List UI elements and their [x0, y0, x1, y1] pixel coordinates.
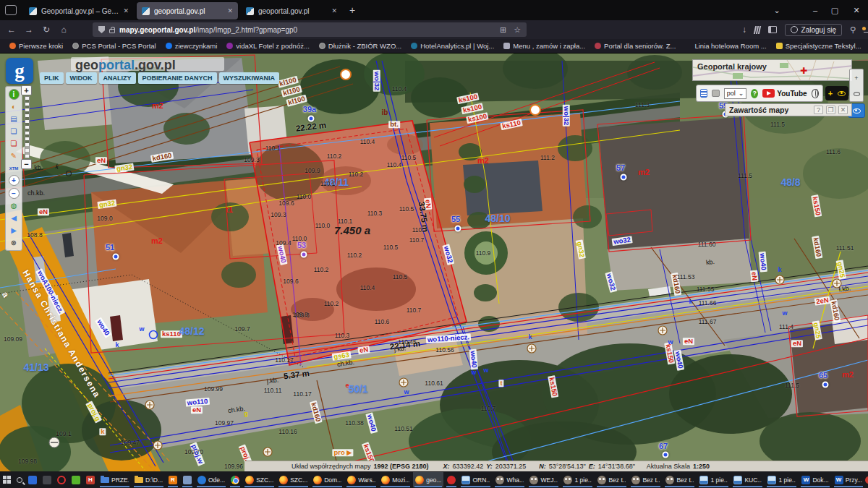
taskbar-item-przy[interactable]: WPrzy...	[833, 472, 864, 487]
bookmark-item[interactable]: ziewczynkami	[166, 42, 218, 50]
dock-plus-icon[interactable]: +	[854, 74, 858, 82]
legend-tool-icon[interactable]: ◐	[9, 101, 20, 112]
downloads-icon[interactable]: ↓	[742, 25, 746, 35]
extension-icon[interactable]: ⚲	[850, 25, 856, 35]
taskbar-item-1pie[interactable]: 1 pie...	[697, 472, 730, 487]
xtm-tool-icon[interactable]: XTM	[9, 163, 20, 174]
taskbar-item-dom[interactable]: Dom...	[311, 472, 344, 487]
tab-close-icon[interactable]: ✕	[331, 7, 337, 14]
tab-list-button[interactable]: ⌄	[765, 0, 788, 20]
browser-tab[interactable]: geoportal.gov.pl✕	[137, 2, 238, 20]
panel-dock[interactable]: +	[849, 69, 864, 102]
taskbar-item-kuc[interactable]: KUC...	[731, 472, 764, 487]
bookmark-item[interactable]: Dłużnik - ZBIÓR WZO...	[319, 42, 401, 50]
taskbar-item-geo[interactable]: geo...	[413, 472, 443, 487]
window-icon[interactable]	[5, 5, 17, 15]
menu-pobieranie-danych[interactable]: POBIERANIE DANYCH	[138, 72, 217, 84]
save-page-icon[interactable]: ⊞	[500, 25, 506, 35]
layer-list-icon[interactable]	[700, 89, 707, 98]
zoom-in-tool-icon[interactable]: +	[9, 175, 20, 186]
taskbar-item[interactable]	[445, 472, 458, 487]
overview-minimap[interactable]: Geoportal krajowy ✚	[692, 59, 852, 81]
taskbar-item-szc[interactable]: SZC...	[243, 472, 276, 487]
taskbar-item-ode[interactable]: Ode...	[195, 472, 227, 487]
taskbar-item[interactable]	[229, 472, 242, 487]
globe-tool-icon[interactable]: ◍	[9, 200, 20, 211]
geoportal-logo[interactable]: g	[6, 58, 33, 84]
close-button[interactable]: ✕	[845, 0, 868, 20]
taskbar-item-1pie[interactable]: 1 pie...	[765, 472, 798, 487]
streetview-icon[interactable]	[712, 90, 720, 97]
clear-tool-icon[interactable]: ⊗	[9, 237, 20, 248]
taskbar-item-1pie[interactable]: 1 pie...	[561, 472, 594, 487]
back-button[interactable]: ←	[3, 25, 20, 35]
library-icon[interactable]	[754, 26, 760, 34]
taskbar-item-wars[interactable]: Wars...	[345, 472, 378, 487]
tab-close-icon[interactable]: ✕	[227, 7, 233, 14]
select-red-tool-icon[interactable]: ❏	[9, 138, 20, 149]
bookmark-item[interactable]: Specjalistyczne Tekstyl...	[776, 42, 861, 50]
taskbar-item[interactable]: H	[84, 472, 97, 487]
bookmark-item[interactable]: HotelAnalytics.pl | Woj...	[411, 42, 494, 50]
bookmark-item[interactable]: Pierwsze kroki	[9, 42, 63, 50]
taskbar-item[interactable]	[181, 472, 194, 487]
taskbar-item-szc[interactable]: SZC...	[277, 472, 310, 487]
taskbar-item[interactable]: R	[166, 472, 179, 487]
taskbar-item-mozi[interactable]: Mozi...	[379, 472, 412, 487]
menu-wyszukiwania[interactable]: WYSZUKIWANIA	[219, 72, 280, 84]
menu-analizy[interactable]: ANALIZY	[99, 72, 136, 84]
sidebar-icon[interactable]	[768, 26, 777, 33]
taskbar-item-bezt[interactable]: Bez t...	[663, 472, 696, 487]
restore-button[interactable]: ▢	[823, 0, 846, 20]
taskbar-item-wha[interactable]: Wha...	[493, 472, 526, 487]
panel-close-button[interactable]: ✕	[838, 106, 848, 114]
taskbar-item-dd[interactable]: D:\D...	[132, 472, 165, 487]
taskbar-item[interactable]	[69, 472, 82, 487]
zoom-in-button[interactable]: +	[21, 85, 32, 95]
youtube-link[interactable]: YouTube	[762, 89, 807, 98]
taskbar-item[interactable]	[41, 472, 54, 487]
menu-widok[interactable]: WIDOK	[66, 72, 97, 84]
login-button[interactable]: Zaloguj się	[785, 24, 842, 36]
globe-icon[interactable]	[812, 89, 819, 98]
taskbar-item-bezt[interactable]: Bez t...	[595, 472, 628, 487]
select-blue-tool-icon[interactable]: ❏	[9, 126, 20, 137]
zoom-out-tool-icon[interactable]: −	[9, 188, 20, 199]
taskbar-item-prze[interactable]: PRZE...	[98, 472, 131, 487]
bookmark-item[interactable]: Linia hotelowa Room ...	[685, 42, 766, 50]
bookmark-item[interactable]: Portal dla seniorów. Z...	[595, 42, 676, 50]
contrast-eye-icon[interactable]	[838, 91, 846, 96]
shield-icon[interactable]	[98, 26, 105, 33]
panel-collapse-button[interactable]: ❐	[826, 106, 835, 114]
taskbar-item-dok[interactable]: WDok...	[799, 472, 830, 487]
reload-button[interactable]: ↻	[38, 25, 55, 35]
zoom-out-button[interactable]: −	[21, 159, 32, 169]
bookmark-item[interactable]: PCS Portal - PCS Portal	[72, 42, 156, 50]
taskbar-item[interactable]	[14, 472, 25, 487]
map-contents-panel[interactable]: Zawartość mapy ? ❐ ✕	[725, 103, 852, 116]
tray-app-icon[interactable]	[865, 476, 868, 484]
menu-plik[interactable]: PLIK	[40, 72, 64, 84]
font-size-icon[interactable]: +	[828, 89, 833, 98]
language-select[interactable]: pol⌄	[724, 88, 747, 99]
taskbar-item[interactable]	[26, 472, 39, 487]
taskbar-item-bezt[interactable]: Bez t...	[629, 472, 662, 487]
forward-tool-icon[interactable]: ▶	[9, 225, 20, 236]
dock-eye-icon[interactable]	[854, 92, 860, 96]
back-tool-icon[interactable]: ◀	[9, 213, 20, 223]
bookmark-item[interactable]: vidaXL Fotel z podnóż...	[226, 42, 310, 50]
table-tool-icon[interactable]: ▤	[9, 114, 20, 124]
taskbar-item-wej[interactable]: WEJ...	[527, 472, 560, 487]
taskbar-item-orn[interactable]: ORN...	[459, 472, 492, 487]
home-button[interactable]: ⌂	[55, 25, 72, 35]
bookmark-star-icon[interactable]: ☆	[514, 25, 521, 35]
url-bar[interactable]: mapy.geoportal.gov.pl/imap/Imgp_2.html?g…	[93, 22, 527, 37]
bookmark-item[interactable]: Menu , zamów i zapła...	[503, 42, 585, 50]
browser-tab[interactable]: Geoportal.gov.pl – Geoportal In✕	[24, 2, 134, 20]
forward-button[interactable]: →	[20, 25, 38, 35]
panel-help-button[interactable]: ?	[814, 106, 823, 114]
tab-close-icon[interactable]: ✕	[123, 7, 129, 14]
browser-tab[interactable]: geoportal.gov.pl✕	[241, 2, 342, 20]
measure-tool-icon[interactable]: ✎	[9, 150, 20, 161]
zoom-slider-track[interactable]	[25, 96, 30, 158]
